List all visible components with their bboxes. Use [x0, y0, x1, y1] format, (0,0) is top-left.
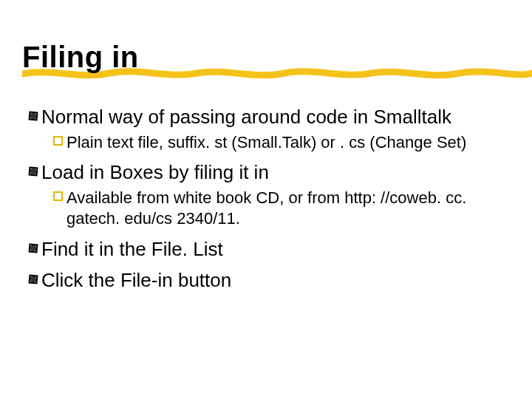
- bullet-text: Find it in the File. List: [41, 237, 510, 262]
- svg-rect-13: [30, 276, 36, 283]
- bullet-text: Plain text file, suffix. st (Small.Talk)…: [66, 132, 497, 154]
- bullet-lvl2: Plain text file, suffix. st (Small.Talk)…: [53, 132, 497, 154]
- slide-title: Filing in: [22, 41, 510, 74]
- bullet-text: Available from white book CD, or from ht…: [66, 188, 497, 230]
- bullet-lvl1: Find it in the File. List: [28, 237, 510, 262]
- svg-rect-6: [30, 168, 36, 174]
- svg-rect-2: [30, 112, 36, 119]
- bullet-icon: [28, 237, 41, 259]
- bullet-icon: [28, 105, 41, 127]
- bullet-text: Normal way of passing around code in Sma…: [41, 105, 510, 129]
- sub-bullet-icon: [53, 132, 66, 151]
- svg-rect-10: [30, 245, 36, 251]
- bullet-lvl1: Click the File-in button: [28, 268, 510, 293]
- slide-content: Normal way of passing around code in Sma…: [22, 105, 510, 293]
- bullet-icon: [28, 160, 41, 183]
- svg-rect-7: [54, 192, 62, 200]
- bullet-lvl1: Load in Boxes by filing it in: [28, 160, 510, 185]
- svg-rect-3: [54, 137, 62, 145]
- slide: Filing in Normal way of passing around c…: [0, 0, 532, 315]
- bullet-lvl2: Available from white book CD, or from ht…: [53, 188, 497, 230]
- bullet-text: Click the File-in button: [41, 268, 510, 293]
- bullet-icon: [28, 268, 41, 290]
- sub-bullet-icon: [53, 188, 66, 206]
- title-wrap: Filing in: [22, 41, 510, 74]
- bullet-lvl1: Normal way of passing around code in Sma…: [28, 105, 510, 129]
- bullet-text: Load in Boxes by filing it in: [41, 160, 510, 185]
